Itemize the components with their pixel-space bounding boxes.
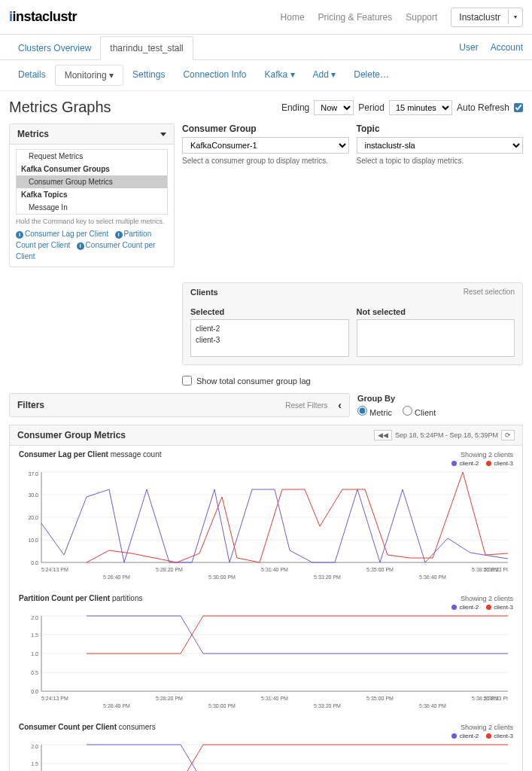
account-dropdown-label: Instaclustr — [451, 8, 508, 26]
showing-count: Showing 2 clients — [461, 595, 513, 602]
subtab-details[interactable]: Details — [9, 65, 55, 86]
clients-reset-button[interactable]: Reset selection — [464, 288, 515, 297]
topnav: Home Pricing & Features Support Instaclu… — [281, 8, 523, 27]
nav-support[interactable]: Support — [406, 12, 437, 23]
list-item[interactable]: client-3 — [196, 334, 344, 346]
ending-select[interactable]: Now — [314, 100, 354, 115]
auto-refresh-checkbox[interactable] — [514, 103, 523, 112]
account-dropdown[interactable]: Instaclustr ▾ — [451, 8, 523, 27]
filters-reset-button[interactable]: Reset Filters — [285, 401, 327, 410]
showing-count: Showing 2 clients — [461, 724, 513, 731]
svg-text:5:35:00 PM: 5:35:00 PM — [366, 567, 394, 572]
subtab-add[interactable]: Add ▾ — [304, 65, 345, 86]
svg-text:20.0: 20.0 — [28, 515, 38, 520]
svg-text:10.0: 10.0 — [28, 538, 38, 543]
filters-title: Filters — [17, 400, 44, 410]
cluster-tabbar: Clusters Overview tharindu_test_stall Us… — [0, 35, 532, 60]
tab-clusters-overview[interactable]: Clusters Overview — [9, 37, 100, 59]
page-title: Metrics Graphs — [9, 99, 111, 116]
clients-panel: Clients Reset selection Selected client-… — [182, 282, 523, 365]
ending-label: Ending — [281, 102, 309, 113]
svg-text:5:24:13 PM: 5:24:13 PM — [41, 567, 68, 572]
cluster-subtabs: Details Monitoring ▾ Settings Connection… — [0, 60, 532, 91]
consumer-group-select[interactable]: KafkaConsumer-1 — [182, 137, 349, 154]
auto-refresh-label: Auto Refresh — [457, 102, 509, 113]
tree-request-metrics[interactable]: Request Metrics — [17, 150, 167, 163]
legend-dot-icon — [486, 605, 491, 610]
svg-text:0.0: 0.0 — [31, 689, 38, 694]
tree-kafka-consumer-groups[interactable]: Kafka Consumer Groups — [17, 163, 167, 175]
svg-text:1.5: 1.5 — [31, 632, 38, 638]
tab-cluster-current[interactable]: tharindu_test_stall — [100, 36, 193, 60]
svg-text:5:31:40 PM: 5:31:40 PM — [261, 696, 288, 701]
tree-kafka-topics[interactable]: Kafka Topics — [17, 188, 167, 201]
clients-not-selected-label: Not selected — [357, 307, 515, 316]
subtab-connection-info[interactable]: Connection Info — [174, 65, 255, 86]
metrics-hint: Hold the Command key to select multiple … — [16, 218, 168, 225]
chart-consumer-lag: Consumer Lag per Client message count Sh… — [19, 450, 513, 584]
time-range-text: Sep 18, 5:24PM - Sep 18, 5:39PM — [395, 431, 498, 439]
metrics-panel-title: Metrics — [17, 129, 49, 139]
subtab-delete[interactable]: Delete… — [345, 65, 398, 86]
subtab-monitoring[interactable]: Monitoring ▾ — [55, 65, 123, 86]
show-total-lag-checkbox[interactable] — [182, 376, 192, 386]
svg-text:2.0: 2.0 — [31, 744, 38, 749]
caret-down-icon: ▾ — [109, 70, 114, 81]
tree-message-in[interactable]: Message In — [17, 201, 167, 214]
groupby-metric-radio[interactable]: Metric — [357, 406, 392, 417]
groupby-client-radio[interactable]: Client — [403, 406, 436, 417]
time-prev-button[interactable]: ◀◀ — [374, 430, 392, 440]
link-account[interactable]: Account — [491, 42, 523, 53]
period-select[interactable]: 15 minutes — [389, 100, 452, 115]
logo: iinstaclustr — [9, 9, 77, 25]
legend-dot-icon — [451, 461, 457, 466]
chart-partition-count: Partition Count per Client partitions Sh… — [19, 594, 513, 712]
nav-home[interactable]: Home — [281, 12, 305, 23]
svg-text:30.0: 30.0 — [28, 492, 38, 498]
page-header: Metrics Graphs Ending Now Period 15 minu… — [0, 91, 532, 123]
caret-down-icon: ▾ — [508, 10, 522, 24]
groupby-label: Group By — [357, 394, 523, 403]
consumer-group-hint: Select a consumer group to display metri… — [182, 157, 349, 165]
topic-select[interactable]: instaclustr-sla — [357, 137, 524, 154]
svg-text:5:26:40 PM: 5:26:40 PM — [103, 574, 130, 580]
tree-consumer-group-metrics[interactable]: Consumer Group Metrics — [17, 175, 167, 188]
subtab-kafka[interactable]: Kafka ▾ — [255, 65, 303, 86]
link-user[interactable]: User — [459, 42, 478, 53]
svg-text:5:33:20 PM: 5:33:20 PM — [314, 574, 341, 580]
subtab-settings[interactable]: Settings — [123, 65, 174, 86]
chart-section-header: Consumer Group Metrics ◀◀ Sep 18, 5:24PM… — [9, 425, 523, 446]
clients-not-selected-box[interactable] — [357, 319, 515, 357]
svg-text:5:26:40 PM: 5:26:40 PM — [103, 703, 130, 709]
svg-text:5:30:00 PM: 5:30:00 PM — [208, 574, 236, 580]
svg-text:1.0: 1.0 — [31, 651, 38, 657]
chart-consumer-count: Consumer Count per Client consumers Show… — [19, 723, 513, 771]
legend-dot-icon — [451, 605, 457, 610]
topbar: iinstaclustr Home Pricing & Features Sup… — [0, 0, 532, 35]
time-refresh-button[interactable]: ⟳ — [501, 430, 515, 440]
chart-svg: 0.0 0.5 1.0 1.5 2.0 5:24:13 PM 5:28:20 P… — [19, 741, 515, 771]
period-label: Period — [358, 102, 385, 113]
link-consumer-lag[interactable]: iConsumer Lag per Client — [16, 230, 108, 238]
info-icon: i — [77, 242, 84, 250]
chart-legend: client-2 client-3 — [19, 733, 513, 739]
chevron-down-icon[interactable] — [159, 129, 166, 139]
svg-text:5:28:20 PM: 5:28:20 PM — [156, 696, 183, 701]
metrics-tree[interactable]: Request Metrics Kafka Consumer Groups Co… — [16, 149, 168, 215]
svg-text:5:38:13 PI: 5:38:13 PI — [484, 567, 508, 572]
nav-pricing[interactable]: Pricing & Features — [318, 12, 393, 23]
total-lag-row: Show total consumer group lag — [182, 376, 523, 386]
list-item[interactable]: client-2 — [196, 323, 344, 334]
topic-label: Topic — [357, 123, 524, 134]
chevron-left-icon[interactable]: ‹ — [338, 399, 342, 411]
clients-selected-box[interactable]: client-2 client-3 — [190, 319, 349, 357]
showing-count: Showing 2 clients — [461, 451, 513, 459]
groupby-control: Group By Metric Client — [357, 394, 523, 417]
graph-range-controls: Ending Now Period 15 minutes Auto Refres… — [281, 100, 523, 115]
filters-panel: Filters Reset Filters ‹ — [9, 393, 350, 417]
svg-text:2.0: 2.0 — [31, 615, 38, 620]
topic-hint: Select a topic to display metrics. — [357, 157, 524, 165]
legend-dot-icon — [486, 733, 491, 739]
section-title: Consumer Group Metrics — [17, 430, 126, 440]
legend-dot-icon — [486, 461, 491, 466]
